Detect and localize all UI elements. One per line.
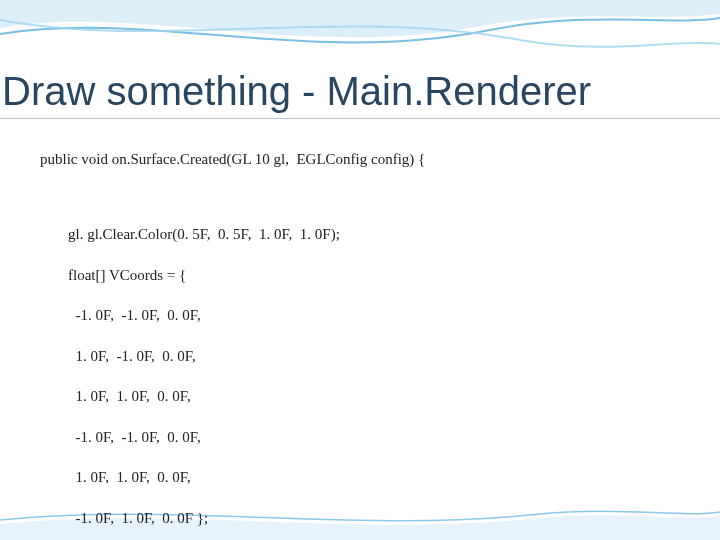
code-line: -1. 0F, -1. 0F, 0. 0F,	[40, 305, 680, 325]
code-line: -1. 0F, 1. 0F, 0. 0F };	[40, 508, 680, 528]
code-listing: public void on.Surface.Created(GL 10 gl,…	[0, 119, 720, 540]
code-line: -1. 0F, -1. 0F, 0. 0F,	[40, 427, 680, 447]
code-line: float[] VCoords = {	[40, 265, 680, 285]
code-line: 1. 0F, 1. 0F, 0. 0F,	[40, 467, 680, 487]
slide-title: Draw something - Main.Renderer	[0, 70, 720, 119]
slide-content: Draw something - Main.Renderer public vo…	[0, 0, 720, 540]
code-line: public void on.Surface.Created(GL 10 gl,…	[40, 149, 680, 169]
code-line: 1. 0F, -1. 0F, 0. 0F,	[40, 346, 680, 366]
code-line: gl. gl.Clear.Color(0. 5F, 0. 5F, 1. 0F, …	[40, 224, 680, 244]
code-line: 1. 0F, 1. 0F, 0. 0F,	[40, 386, 680, 406]
